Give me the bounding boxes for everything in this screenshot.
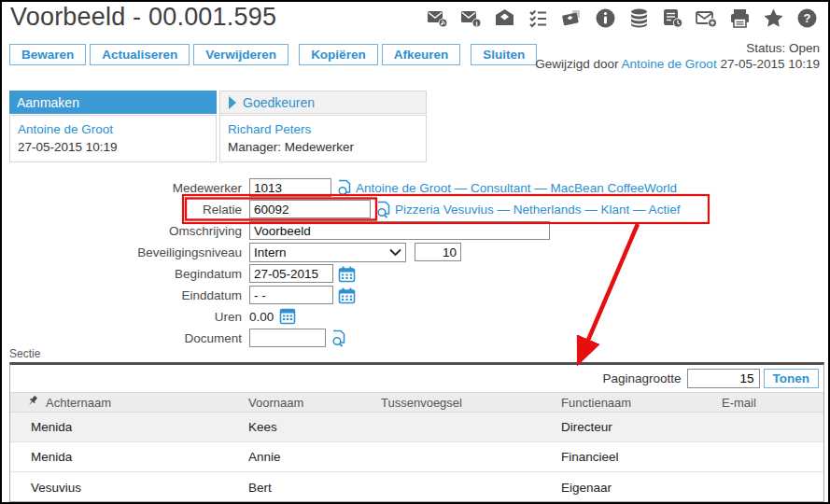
mail-archive-icon[interactable] [561,7,583,29]
copy-button[interactable]: Kopiëren [299,44,378,65]
modified-prefix: Gewijzigd door [535,57,618,71]
workflow-step-title: Goedkeuren [243,95,315,110]
print-icon[interactable] [729,7,751,29]
lookup-icon[interactable] [336,179,354,197]
relatie-link[interactable]: Pizzeria Vesuvius — Netherlands — Klant … [395,203,680,217]
status-text: Status: Open [535,40,820,56]
record-window: Voorbeeld - 00.001.595 i [0,0,830,504]
form-row-omschrijving: Omschrijving [9,221,680,240]
cell-achternaam: Menida [31,420,248,434]
form-row-begindatum: Begindatum [9,264,680,283]
toolbar: Bewaren Actualiseren Verwijderen Kopiëre… [9,44,541,65]
workflow-step-detail: 27-05-2015 10:19 [18,138,208,156]
delete-button[interactable]: Verwijderen [193,44,288,65]
mail-feed-icon[interactable] [427,7,448,29]
record-form: Medewerker Antoine de Groot — Consultant… [9,178,680,350]
form-row-beveiligingsniveau: Beveiligingsniveau Intern [9,243,680,261]
medewerker-input[interactable] [249,178,331,197]
pagesize-input[interactable] [687,369,760,388]
uren-label: Uren [9,310,249,324]
document-history-icon[interactable] [662,7,683,29]
show-button[interactable]: Tonen [764,369,820,388]
reject-button[interactable]: Afkeuren [382,44,461,65]
beveiligingsniveau-label: Beveiligingsniveau [9,245,249,259]
calendar-icon[interactable] [338,287,356,304]
workflow-person-link[interactable]: Antoine de Groot [18,122,113,136]
pin-icon[interactable] [25,395,46,410]
omschrijving-input[interactable] [249,221,550,240]
cell-voornaam: Annie [248,450,381,464]
column-header-tussenvoegsel[interactable]: Tussenvoegsel [381,396,561,410]
workflow-step-goedkeuren-body: Richard Peters Manager: Medewerker [219,115,427,162]
form-row-uren: Uren 0.00 [9,307,680,326]
medewerker-label: Medewerker [9,181,249,195]
database-icon[interactable] [628,7,650,29]
section-label: Sectie [9,347,40,360]
workflow-steps: Aanmaken Antoine de Groot 27-05-2015 10:… [9,91,427,162]
refresh-button[interactable]: Actualiseren [90,44,190,65]
cell-functienaam: Financieel [561,450,722,464]
workflow-step-goedkeuren: Goedkeuren Richard Peters Manager: Medew… [219,91,427,162]
uren-value: 0.00 [249,310,274,324]
cell-functienaam: Directeur [561,420,722,434]
column-header-achternaam[interactable]: Achternaam [46,396,248,410]
page-title: Voorbeeld - 00.001.595 [10,3,276,32]
relatie-input[interactable] [249,200,371,218]
cell-functienaam: Eigenaar [561,481,722,495]
header-icon-bar: i ? [427,7,818,29]
workflow-step-aanmaken: Aanmaken Antoine de Groot 27-05-2015 10:… [9,91,217,162]
help-icon[interactable]: ? [796,7,818,29]
begindatum-label: Begindatum [9,267,249,281]
column-header-voornaam[interactable]: Voornaam [248,396,381,410]
einddatum-label: Einddatum [9,288,249,302]
favorite-icon[interactable] [763,7,784,29]
mail-new-icon[interactable] [696,7,717,29]
svg-text:?: ? [804,11,811,25]
close-button[interactable]: Sluiten [471,44,537,65]
table-row[interactable]: Menida Annie Financieel [10,442,823,472]
lookup-icon[interactable] [375,201,393,218]
beveiligingsniveau-select[interactable]: Intern [249,243,406,262]
workflow-step-title: Aanmaken [17,95,79,110]
workflow-step-aanmaken-body: Antoine de Groot 27-05-2015 10:19 [9,115,217,162]
begindatum-input[interactable] [249,264,333,283]
cell-voornaam: Kees [248,420,381,434]
table-header-row: Achternaam Voornaam Tussenvoegsel Functi… [10,392,823,413]
mail-open-icon[interactable] [494,7,515,29]
mail-info-icon[interactable]: i [460,7,482,29]
status-block: Status: Open Gewijzigd door Antoine de G… [535,40,820,72]
calculator-icon[interactable] [279,308,296,325]
table-row[interactable]: Vesuvius Bert Eigenaar [10,472,823,502]
svg-text:i: i [475,20,477,28]
omschrijving-label: Omschrijving [9,224,249,238]
cell-achternaam: Menida [31,450,248,464]
workflow-person-link[interactable]: Richard Peters [228,122,311,136]
info-icon[interactable] [595,7,616,29]
calendar-icon[interactable] [338,265,356,283]
form-row-document: Document [9,329,680,347]
document-input[interactable] [249,329,326,347]
einddatum-input[interactable] [249,286,333,304]
section-panel: Paginagrootte Tonen Achternaam Voornaam … [9,362,824,502]
form-row-medewerker: Medewerker Antoine de Groot — Consultant… [9,178,680,197]
relatie-label: Relatie [9,203,249,217]
checklist-icon[interactable] [528,7,549,29]
pagesize-label: Paginagrootte [602,371,681,385]
column-header-functienaam[interactable]: Functienaam [561,396,722,410]
form-row-einddatum: Einddatum [9,286,680,304]
workflow-step-detail: Manager: Medewerker [228,138,418,156]
column-header-email[interactable]: E-mail [722,396,823,410]
save-button[interactable]: Bewaren [9,44,86,65]
document-lookup-icon[interactable] [331,329,348,347]
table-row[interactable]: Menida Kees Directeur [10,413,823,442]
beveiligingsniveau-level-input[interactable] [415,243,461,261]
chevron-right-icon [228,96,237,109]
form-row-relatie: Relatie Pizzeria Vesuvius — Netherlands … [9,200,680,218]
workflow-step-aanmaken-header[interactable]: Aanmaken [9,91,217,114]
modified-date: 27-05-2015 10:19 [720,57,820,71]
medewerker-link[interactable]: Antoine de Groot — Consultant — MacBean … [356,181,677,195]
modified-by-link[interactable]: Antoine de Groot [622,57,717,71]
pagesize-row: Paginagrootte Tonen [10,365,823,392]
workflow-step-goedkeuren-header[interactable]: Goedkeuren [219,91,427,114]
modified-line: Gewijzigd door Antoine de Groot 27-05-20… [535,56,820,72]
